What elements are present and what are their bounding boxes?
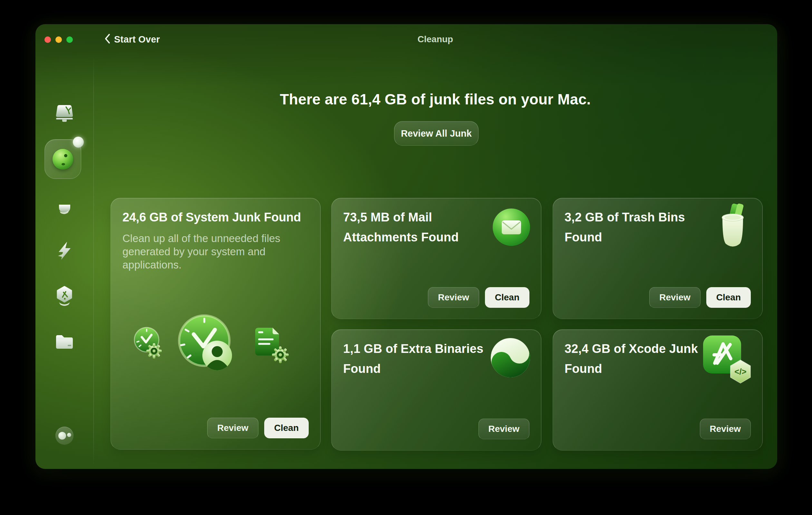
clock-gear-icon — [134, 326, 163, 361]
card-trash-bins: 3,2 GB of Trash Bins Found — [553, 198, 763, 319]
card-title: 1,1 GB of Extra Binaries Found — [343, 339, 491, 379]
card-title: 24,6 GB of System Junk Found — [122, 207, 301, 227]
sidebar-item-cleanup[interactable] — [54, 104, 75, 124]
app-window: Start Over Cleanup — [35, 24, 777, 469]
sidebar-item-applications[interactable] — [55, 286, 74, 308]
zoom-window-button[interactable] — [66, 36, 73, 43]
card-system-junk: 24,6 GB of System Junk Found Clean up al… — [111, 198, 321, 450]
screen: Start Over Cleanup — [0, 0, 812, 515]
review-button[interactable]: Review — [649, 287, 700, 308]
review-all-junk-button[interactable]: Review All Junk — [394, 121, 478, 146]
page-title: Cleanup — [93, 34, 777, 45]
card-xcode-junk: 32,4 GB of Xcode Junk Found — [553, 330, 763, 451]
minimize-window-button[interactable] — [55, 36, 62, 43]
notification-dot — [73, 137, 84, 148]
clean-button[interactable]: Clean — [485, 287, 529, 308]
monitor-clean-icon — [54, 104, 75, 124]
hexagon-a-icon — [55, 286, 74, 308]
review-button[interactable]: Review — [700, 419, 751, 439]
trash-bin-icon — [716, 203, 750, 249]
folder-icon — [54, 333, 75, 352]
review-button[interactable]: Review — [207, 418, 258, 438]
assistant-button[interactable] — [55, 427, 74, 445]
clean-button[interactable]: Clean — [706, 287, 751, 308]
clean-button[interactable]: Clean — [264, 418, 309, 438]
card-title: 73,5 MB of Mail Attachments Found — [343, 207, 491, 247]
card-mail-attachments: 73,5 MB of Mail Attachments Found — [331, 198, 541, 319]
sidebar-divider — [93, 55, 94, 469]
card-extra-binaries: 1,1 GB of Extra Binaries Found — [331, 330, 541, 451]
xcode-icon: </> — [701, 334, 755, 389]
binaries-wave-icon — [490, 337, 531, 379]
clock-user-icon — [174, 314, 254, 393]
card-description: Clean up all of the unneeded files gener… — [122, 232, 303, 271]
hand-icon — [55, 195, 74, 216]
close-window-button[interactable] — [45, 36, 51, 43]
lightning-icon — [55, 241, 74, 264]
sidebar-item-files[interactable] — [54, 333, 75, 352]
junk-summary-headline: There are 61,4 GB of junk files on your … — [93, 91, 777, 108]
sidebar-item-protection[interactable] — [55, 195, 74, 216]
code-badge-glyph: </> — [734, 367, 747, 376]
sidebar-item-performance[interactable] — [55, 241, 74, 264]
card-title: 3,2 GB of Trash Bins Found — [564, 207, 713, 247]
mail-icon — [492, 208, 531, 248]
card-title: 32,4 GB of Xcode Junk Found — [564, 339, 713, 379]
document-gear-icon — [253, 326, 291, 366]
review-button[interactable]: Review — [428, 287, 479, 308]
review-button[interactable]: Review — [478, 419, 530, 439]
